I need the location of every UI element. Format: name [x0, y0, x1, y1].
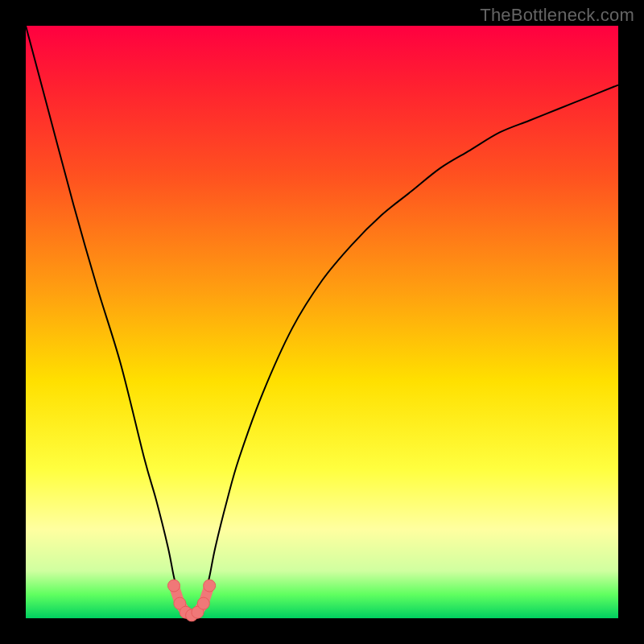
valley-dot [197, 597, 209, 609]
valley-dot [204, 580, 216, 592]
valley-dot [168, 580, 180, 592]
bottleneck-curve [26, 26, 618, 618]
watermark-text: TheBottleneck.com [480, 5, 634, 26]
